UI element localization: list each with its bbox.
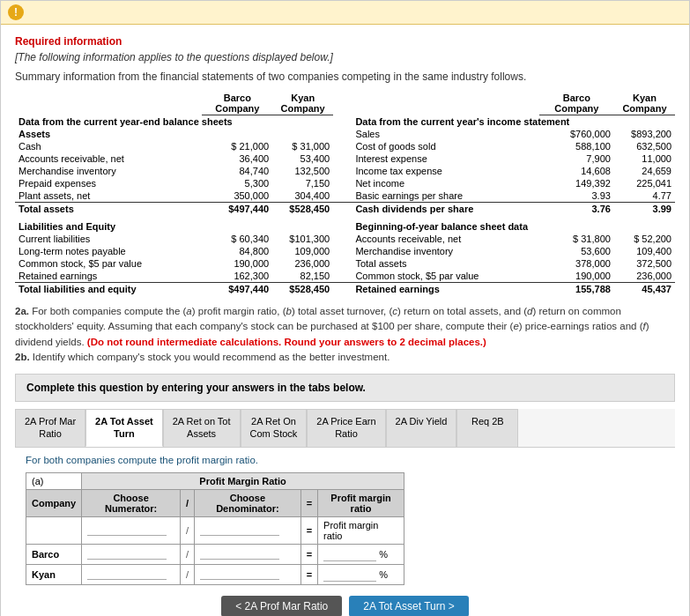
col-numerator-header: Choose Numerator: <box>82 489 181 516</box>
section1-right-title: Data from the current year's income stat… <box>352 115 675 129</box>
barco-denominator-input[interactable] <box>200 548 279 560</box>
total-liab-label: Total liabilities and equity <box>15 283 202 296</box>
financial-table: Barco Company Kyan Company Barco Company… <box>15 92 675 295</box>
prepaid-barco: 5,300 <box>202 177 272 189</box>
barco-header-right: Barco Company <box>539 92 614 115</box>
beg-inv-barco: 53,600 <box>539 245 614 257</box>
row1-numerator-cell[interactable] <box>82 516 181 544</box>
beg-common-barco: 190,000 <box>539 270 614 283</box>
tab-ret-tot[interactable]: 2A Ret on TotAssets <box>163 409 241 447</box>
kyan-denominator-cell[interactable] <box>195 564 301 584</box>
prepaid-label: Prepaid expenses <box>15 177 202 189</box>
ltnotes-kyan: 109,000 <box>272 245 333 257</box>
col-result-header: Profit margin ratio <box>318 489 404 516</box>
row1-company <box>26 516 82 544</box>
divps-label: Cash dividends per share <box>352 203 538 216</box>
barco-slash: / <box>181 544 195 564</box>
common-stock-kyan: 236,000 <box>272 257 333 270</box>
barco-denominator-cell[interactable] <box>195 544 301 564</box>
sales-kyan: $893,200 <box>614 128 675 140</box>
kyan-denominator-input[interactable] <box>200 568 279 580</box>
beg-ar-barco: $ 31,800 <box>539 233 614 245</box>
beg-common-kyan: 236,000 <box>614 270 675 283</box>
prev-button[interactable]: < 2A Prof Mar Ratio <box>221 596 342 616</box>
content-area: Required information [The following info… <box>1 25 689 616</box>
tax-kyan: 24,659 <box>614 165 675 177</box>
kyan-numerator-input[interactable] <box>87 568 167 580</box>
prepaid-kyan: 7,150 <box>272 177 333 189</box>
beg-retained-barco: 155,788 <box>539 283 614 296</box>
kyan-result-input[interactable] <box>323 568 376 582</box>
row1-numerator-input[interactable] <box>87 524 167 536</box>
section2-left-title: Liabilities and Equity <box>15 220 333 233</box>
table-row: Barco / = % <box>26 544 404 564</box>
beg-common-label: Common stock, $5 par value <box>352 270 538 283</box>
plant-kyan: 304,400 <box>272 189 333 203</box>
retained-label: Retained earnings <box>15 270 202 283</box>
row1-slash: / <box>181 516 195 544</box>
barco-result-input[interactable] <box>323 547 376 561</box>
col-equals-header: = <box>300 489 317 516</box>
tab-ret-com[interactable]: 2A Ret OnCom Stock <box>241 409 308 447</box>
cash-barco: $ 21,000 <box>202 140 272 152</box>
next-button[interactable]: 2A Tot Asset Turn > <box>349 596 469 616</box>
nav-buttons: < 2A Prof Mar Ratio 2A Tot Asset Turn > <box>26 596 664 616</box>
table-a-label: (a) <box>26 472 82 489</box>
tab-price-earn[interactable]: 2A Price EarnRatio <box>307 409 385 447</box>
barco-numerator-cell[interactable] <box>82 544 181 564</box>
barco-result-cell: % <box>318 544 404 564</box>
tab-req2b[interactable]: Req 2B <box>456 409 518 447</box>
tax-label: Income tax expense <box>352 165 538 177</box>
interest-barco: 7,900 <box>539 152 614 165</box>
inventory-kyan: 132,500 <box>272 165 333 177</box>
sales-barco: $760,000 <box>539 128 614 140</box>
netincome-barco: 149,392 <box>539 177 614 189</box>
ltnotes-barco: 84,800 <box>202 245 272 257</box>
warning-bar: ! <box>1 1 689 25</box>
barco-header: Barco Company <box>202 92 272 115</box>
interest-label: Interest expense <box>352 152 538 165</box>
question-2a-text: 2a. For both companies compute the (a) p… <box>15 304 675 365</box>
barco-numerator-input[interactable] <box>87 548 167 560</box>
plant-barco: 350,000 <box>202 189 272 203</box>
beg-ar-kyan: $ 52,200 <box>614 233 675 245</box>
tab-div-yield[interactable]: 2A Div Yield <box>386 409 457 447</box>
ar-kyan: 53,400 <box>272 152 333 165</box>
warning-icon: ! <box>8 4 24 20</box>
total-assets-barco: $497,440 <box>202 203 272 216</box>
kyan-numerator-cell[interactable] <box>82 564 181 584</box>
row1-equals: = <box>300 516 317 544</box>
tab-prof-mar[interactable]: 2A Prof MarRatio <box>15 409 85 447</box>
total-assets-kyan: $528,450 <box>272 203 333 216</box>
curr-liab-label: Current liabilities <box>15 233 202 245</box>
ar-label: Accounts receivable, net <box>15 152 202 165</box>
tax-barco: 14,608 <box>539 165 614 177</box>
table-row: Kyan / = % <box>26 564 404 584</box>
table-row: / = Profit margin ratio <box>26 516 404 544</box>
divps-barco: 3.76 <box>539 203 614 216</box>
cogs-barco: 588,100 <box>539 140 614 152</box>
tab-instruction: For both companies compute the profit ma… <box>26 455 664 465</box>
kyan-header-right: Kyan Company <box>614 92 675 115</box>
inventory-label: Merchandise inventory <box>15 165 202 177</box>
total-liab-barco: $497,440 <box>202 283 272 296</box>
barco-percent: % <box>379 549 388 560</box>
beg-assets-kyan: 372,500 <box>614 257 675 270</box>
tab-tot-asset[interactable]: 2A Tot AssetTurn <box>85 409 163 447</box>
row1-result: Profit margin ratio <box>318 516 404 544</box>
eps-barco: 3.93 <box>539 189 614 203</box>
row1-denominator-cell[interactable] <box>195 516 301 544</box>
eps-kyan: 4.77 <box>614 189 675 203</box>
netincome-label: Net income <box>352 177 538 189</box>
summary-text: Summary information from the financial s… <box>15 71 675 83</box>
cogs-label: Cost of goods sold <box>352 140 538 152</box>
profit-margin-title: Profit Margin Ratio <box>82 472 404 489</box>
netincome-kyan: 225,041 <box>614 177 675 189</box>
common-stock-label: Common stock, $5 par value <box>15 257 202 270</box>
beg-retained-label: Retained earnings <box>352 283 538 296</box>
inventory-barco: 84,740 <box>202 165 272 177</box>
complete-box: Complete this question by entering your … <box>15 374 675 402</box>
total-assets-label: Total assets <box>15 203 202 216</box>
row1-denominator-input[interactable] <box>200 524 279 536</box>
assets-label: Assets <box>15 128 202 140</box>
